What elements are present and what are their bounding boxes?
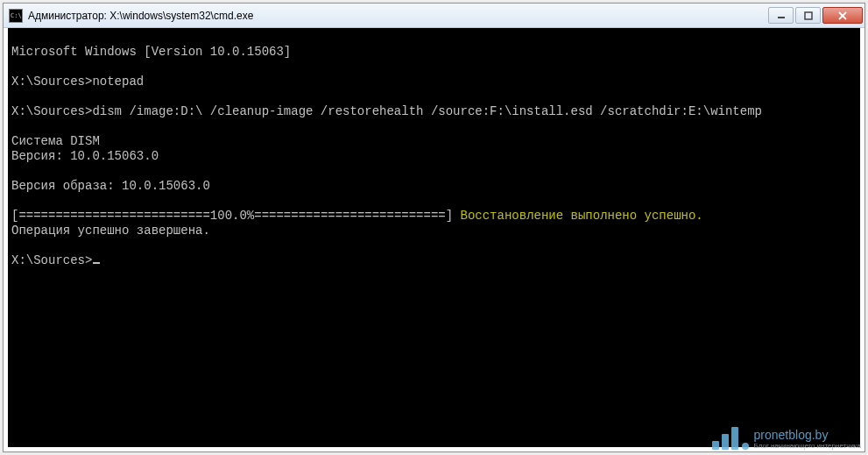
minimize-icon bbox=[777, 11, 786, 20]
console-line: Версия образа: 10.0.15063.0 bbox=[11, 179, 210, 193]
progress-bar-left: [========================== bbox=[11, 209, 210, 223]
titlebar-buttons bbox=[768, 7, 863, 24]
window-title: Администратор: X:\windows\system32\cmd.e… bbox=[28, 10, 768, 22]
console-prompt: X:\Sources> bbox=[11, 253, 92, 267]
console-line: Операция успешно завершена. bbox=[11, 224, 210, 238]
console-line: X:\Sources>notepad bbox=[11, 75, 144, 89]
console-output[interactable]: Microsoft Windows [Version 10.0.15063] X… bbox=[8, 28, 860, 447]
titlebar[interactable]: C:\ Администратор: X:\windows\system32\c… bbox=[4, 4, 864, 28]
console-line: Версия: 10.0.15063.0 bbox=[11, 149, 159, 163]
cmd-icon: C:\ bbox=[9, 9, 23, 23]
progress-status: Восстановление выполнено успешно. bbox=[461, 209, 703, 223]
watermark-tagline: Блог начинающего интернетчика bbox=[754, 443, 861, 450]
progress-pct: 100.0% bbox=[210, 209, 254, 223]
maximize-button[interactable] bbox=[795, 7, 821, 24]
close-icon bbox=[838, 11, 847, 20]
progress-bar-right: ==========================] bbox=[254, 209, 460, 223]
watermark: pronetblog.by Блог начинающего интернетч… bbox=[712, 427, 861, 450]
console-line: Cистема DISM bbox=[11, 134, 100, 148]
watermark-domain: pronetblog.by bbox=[754, 429, 861, 441]
minimize-button[interactable] bbox=[768, 7, 794, 24]
close-button[interactable] bbox=[822, 7, 863, 24]
watermark-logo-icon bbox=[712, 427, 749, 450]
cmd-window: C:\ Администратор: X:\windows\system32\c… bbox=[3, 3, 865, 452]
maximize-icon bbox=[804, 11, 813, 20]
console-line: Microsoft Windows [Version 10.0.15063] bbox=[11, 45, 291, 59]
svg-rect-1 bbox=[805, 12, 812, 19]
console-line: X:\Sources>dism /image:D:\ /cleanup-imag… bbox=[11, 104, 762, 118]
cursor bbox=[93, 262, 100, 264]
